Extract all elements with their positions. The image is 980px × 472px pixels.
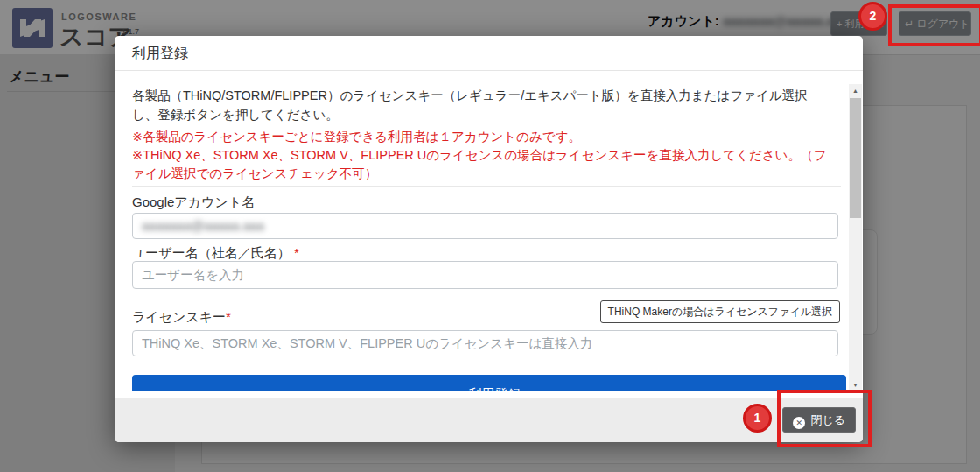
google-account-field[interactable]: aaaaaaa@aaaaa.aaa xyxy=(132,213,838,239)
registration-modal: 利用登録 各製品（THiNQ/STORM/FLIPPER）のライセンスキー（レギ… xyxy=(115,36,863,442)
user-name-input[interactable] xyxy=(132,261,838,289)
scrollbar-up-icon[interactable]: ▲ xyxy=(849,84,862,97)
license-key-label-text: ライセンスキー xyxy=(132,309,226,324)
license-file-select-button[interactable]: THiNQ Makerの場合はライセンスファイル選択 xyxy=(600,300,840,323)
modal-scroll-area: 各製品（THiNQ/STORM/FLIPPER）のライセンスキー（レギュラー/エ… xyxy=(132,84,862,391)
user-name-label-text: ユーザー名（社名／氏名） xyxy=(132,245,290,260)
app-screen: LOGOSWARE スコア 1.1.7 アカウント: aaaaaaa@aaaaa… xyxy=(0,0,980,472)
license-key-required-mark: * xyxy=(226,309,231,324)
modal-description: 各製品（THiNQ/STORM/FLIPPER）のライセンスキー（レギュラー/エ… xyxy=(132,86,832,124)
annotation-step-2-badge: 2 xyxy=(858,2,887,31)
warning-line-2: ※THiNQ Xe、STORM Xe、STORM V、FLIPPER Uのライセ… xyxy=(132,146,832,183)
annotation-step-1-badge: 1 xyxy=(743,404,772,433)
user-name-label: ユーザー名（社名／氏名） * xyxy=(132,245,299,262)
warning-line-1: ※各製品のライセンスキーごとに登録できる利用者は１アカウントのみです。 xyxy=(132,128,832,146)
annotation-box-close xyxy=(777,390,872,447)
scrollbar-thumb[interactable] xyxy=(850,98,861,218)
license-key-label: ライセンスキー* xyxy=(132,309,231,326)
google-account-label: Googleアカウント名 xyxy=(132,194,255,211)
modal-title: 利用登録 xyxy=(115,36,863,71)
google-account-value-redacted: aaaaaaa@aaaaa.aaa xyxy=(142,219,264,233)
modal-warnings: ※各製品のライセンスキーごとに登録できる利用者は１アカウントのみです。 ※THi… xyxy=(132,128,832,183)
form-divider xyxy=(132,186,841,187)
user-name-required-mark: * xyxy=(294,245,299,260)
license-key-input[interactable] xyxy=(132,330,838,356)
annotation-box-logout xyxy=(888,4,980,46)
modal-scrollbar[interactable]: ▲ ▼ xyxy=(849,84,862,391)
submit-registration-button[interactable]: + 利用登録 xyxy=(132,375,846,391)
